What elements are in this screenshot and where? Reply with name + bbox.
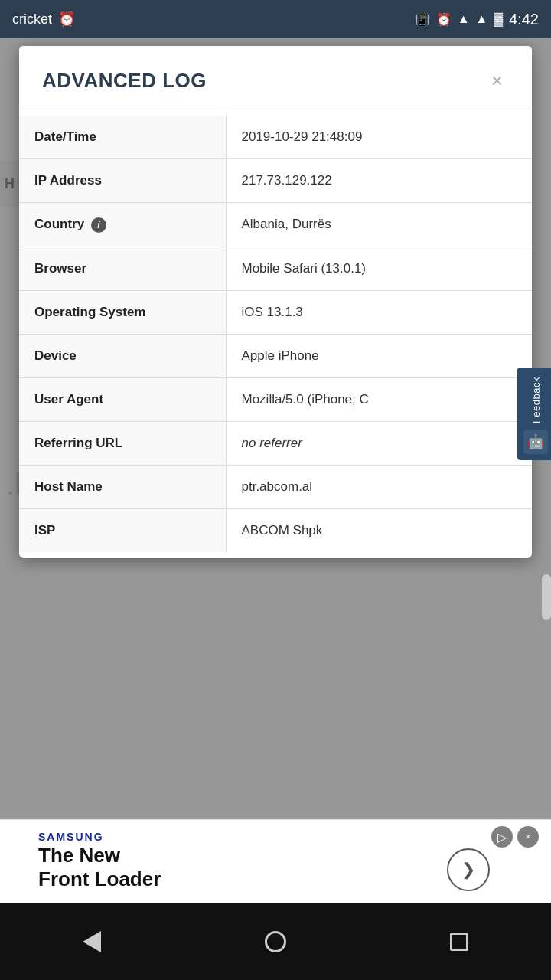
home-icon (265, 931, 286, 952)
nav-back-button[interactable] (61, 919, 122, 965)
samsung-logo: SAMSUNG (38, 831, 104, 843)
status-time: 4:42 (509, 11, 539, 28)
nav-bar (0, 903, 551, 980)
label-isp: ISP (19, 508, 226, 552)
table-row-hostname: Host Name ptr.abcom.al (19, 465, 532, 508)
label-ip: IP Address (19, 159, 226, 203)
alarm2-icon: ⏰ (436, 12, 452, 27)
label-useragent: User Agent (19, 377, 226, 421)
table-row-device: Device Apple iPhone (19, 334, 532, 377)
value-datetime: 2019-10-29 21:48:09 (226, 116, 532, 159)
ad-headline: The NewFront Loader (38, 844, 413, 891)
scrollbar[interactable] (542, 574, 551, 620)
modal-title: ADVANCED LOG (42, 69, 207, 93)
status-bar-right: 📳 ⏰ ▲ ▲ ▓ 4:42 (415, 11, 539, 28)
feedback-label: Feedback (530, 377, 542, 423)
value-device: Apple iPhone (226, 334, 532, 377)
value-useragent: Mozilla/5.0 (iPhone; C (226, 377, 532, 421)
modal-header: ADVANCED LOG × (19, 46, 532, 109)
battery-icon: ▓ (494, 12, 503, 26)
label-referrer: Referring URL (19, 421, 226, 465)
value-referrer: no referrer (226, 421, 532, 465)
vibrate-icon: 📳 (415, 12, 430, 27)
ad-expand-button[interactable]: ▷ (491, 826, 513, 848)
label-os: Operating System (19, 290, 226, 334)
value-country: Albania, Durrës (226, 203, 532, 247)
label-browser: Browser (19, 247, 226, 290)
table-row-datetime: Date/Time 2019-10-29 21:48:09 (19, 116, 532, 159)
value-browser: Mobile Safari (13.0.1) (226, 247, 532, 290)
alarm-icon: ⏰ (58, 11, 75, 28)
ad-main-text: The NewFront Loader (38, 844, 413, 891)
info-icon[interactable]: i (91, 217, 106, 233)
signal-icon: ▲ (476, 12, 488, 26)
nav-recents-button[interactable] (429, 919, 490, 965)
value-ip: 217.73.129.122 (226, 159, 532, 203)
feedback-bot-icon[interactable]: 🤖 (523, 430, 548, 454)
table-row-os: Operating System iOS 13.1.3 (19, 290, 532, 334)
ad-banner: × ▷ SAMSUNG The NewFront Loader ❯ (0, 819, 551, 903)
label-hostname: Host Name (19, 465, 226, 508)
ad-cta-button[interactable]: ❯ (447, 848, 490, 891)
table-row-ip: IP Address 217.73.129.122 (19, 159, 532, 203)
status-bar-left: cricket ⏰ (12, 11, 75, 28)
carrier-label: cricket (12, 11, 52, 28)
ad-skip-button[interactable]: × (517, 826, 539, 848)
wifi-icon: ▲ (458, 12, 470, 26)
label-country: Country i (19, 203, 226, 247)
close-button[interactable]: × (485, 67, 509, 93)
nav-home-button[interactable] (245, 919, 306, 965)
table-row-useragent: User Agent Mozilla/5.0 (iPhone; C (19, 377, 532, 421)
recents-icon (450, 933, 468, 951)
advanced-log-modal: ADVANCED LOG × Date/Time 2019-10-29 21:4… (19, 46, 532, 558)
label-datetime: Date/Time (19, 116, 226, 159)
label-device: Device (19, 334, 226, 377)
table-row-referrer: Referring URL no referrer (19, 421, 532, 465)
info-table: Date/Time 2019-10-29 21:48:09 IP Address… (19, 116, 532, 552)
value-isp: ABCOM Shpk (226, 508, 532, 552)
value-hostname: ptr.abcom.al (226, 465, 532, 508)
status-bar: cricket ⏰ 📳 ⏰ ▲ ▲ ▓ 4:42 (0, 0, 551, 38)
table-row-country: Country i Albania, Durrës (19, 203, 532, 247)
table-row-isp: ISP ABCOM Shpk (19, 508, 532, 552)
feedback-tab[interactable]: Feedback 🤖 (517, 368, 551, 460)
value-os: iOS 13.1.3 (226, 290, 532, 334)
back-icon (83, 931, 101, 952)
table-row-browser: Browser Mobile Safari (13.0.1) (19, 247, 532, 290)
